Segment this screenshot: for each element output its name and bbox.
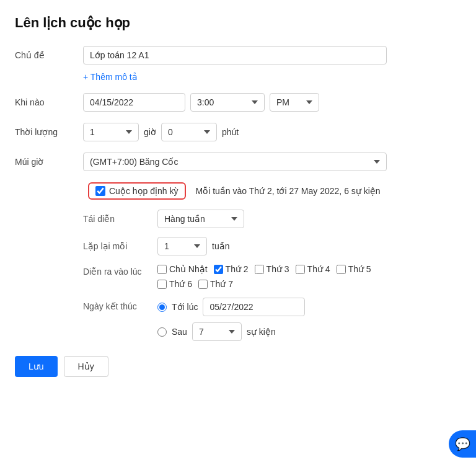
recurring-subform: Tái diễn Hàng tuần Hàng ngày Hàng tháng … (83, 210, 461, 341)
recurring-label: Cuộc họp định kỳ (109, 186, 178, 196)
day-t6-checkbox[interactable] (157, 280, 167, 289)
tuan-text: tuần (212, 241, 229, 251)
phut-text: phút (222, 127, 239, 137)
duration-minutes-select[interactable]: 0153045 (161, 123, 217, 141)
lap-lai-row: Lặp lại mỗi 1234 tuần (83, 237, 461, 255)
day-t5-label: Thứ 5 (348, 264, 371, 274)
toi-luc-radio[interactable] (157, 303, 167, 312)
end-date-input[interactable] (203, 298, 305, 316)
day-t7-label: Thứ 7 (210, 279, 233, 289)
day-t2[interactable]: Thứ 2 (214, 264, 249, 274)
days-content: Chủ Nhật Thứ 2 Thứ 3 Thứ 4 Thứ 5 (157, 264, 371, 289)
timezone-select[interactable]: (GMT+7:00) Băng Cốc (83, 153, 387, 171)
sau-label: Sau (172, 327, 187, 337)
day-t5-checkbox[interactable] (337, 265, 346, 274)
recurring-row: Cuộc họp định kỳ Mỗi tuần vào Thứ 2, tới… (15, 182, 461, 200)
subject-label: Chủ đề (15, 46, 83, 60)
toi-luc-option: Tới lúc 📅 (157, 298, 305, 316)
subject-input[interactable] (83, 46, 387, 64)
duration-label: Thời lượng (15, 123, 83, 137)
day-t6-label: Thứ 6 (169, 279, 192, 289)
subject-row: Chủ đề + Thêm mô tả (15, 46, 461, 82)
day-t3[interactable]: Thứ 3 (255, 264, 289, 274)
day-t2-label: Thứ 2 (226, 264, 249, 274)
date-input[interactable] (83, 93, 185, 112)
ngay-ket-thuc-label: Ngày kết thúc (83, 298, 157, 311)
sau-radio[interactable] (157, 327, 167, 337)
timezone-content: (GMT+7:00) Băng Cốc (83, 153, 461, 171)
tai-dien-row: Tái diễn Hàng tuần Hàng ngày Hàng tháng (83, 210, 461, 228)
save-button[interactable]: Lưu (15, 356, 58, 377)
page-title: Lên lịch cuộc họp (15, 15, 461, 31)
day-t7[interactable]: Thứ 7 (198, 279, 233, 289)
recurring-description: Mỗi tuần vào Thứ 2, tới 27 May 2022, 6 s… (196, 186, 381, 196)
cancel-button[interactable]: Hủy (64, 356, 108, 377)
recurring-spacer (15, 189, 83, 193)
sau-count-select[interactable]: 7123510 (192, 322, 242, 341)
day-cn-checkbox[interactable] (157, 265, 167, 274)
su-kien-text: sự kiện (247, 327, 276, 337)
timezone-row: Múi giờ (GMT+7:00) Băng Cốc (15, 153, 461, 171)
day-t5[interactable]: Thứ 5 (337, 264, 371, 274)
sau-option: Sau 7123510 sự kiện (157, 322, 305, 341)
tai-dien-content: Hàng tuần Hàng ngày Hàng tháng (157, 210, 244, 228)
end-date-wrapper: 📅 (203, 298, 305, 316)
time-select[interactable]: 3:00 (190, 93, 265, 112)
day-t7-checkbox[interactable] (198, 280, 208, 289)
dien-ra-label: Diễn ra vào lúc (83, 264, 157, 277)
day-t3-label: Thứ 3 (267, 264, 289, 274)
repeat-type-select[interactable]: Hàng tuần Hàng ngày Hàng tháng (157, 210, 244, 228)
lap-lai-label: Lặp lại mỗi (83, 241, 157, 251)
duration-row: Thời lượng 1234 giờ 0153045 phút (15, 123, 461, 141)
day-t4[interactable]: Thứ 4 (296, 264, 330, 274)
when-row: Khi nào 📅 3:00 PM AM (15, 93, 461, 112)
days-row-1: Chủ Nhật Thứ 2 Thứ 3 Thứ 4 Thứ 5 (157, 264, 371, 274)
add-description-link[interactable]: + Thêm mô tả (83, 72, 461, 82)
days-row: Diễn ra vào lúc Chủ Nhật Thứ 2 Thứ 3 Thứ (83, 264, 461, 289)
gio-text: giờ (144, 127, 156, 137)
toi-luc-label: Tới lúc (172, 302, 198, 312)
days-row-2: Thứ 6 Thứ 7 (157, 279, 371, 289)
recurring-checkbox[interactable] (95, 186, 105, 196)
day-t3-checkbox[interactable] (255, 265, 264, 274)
duration-hours-select[interactable]: 1234 (83, 123, 139, 141)
tai-dien-label: Tái diễn (83, 214, 157, 224)
chat-bubble-button[interactable]: 💬 (449, 430, 476, 458)
date-wrapper: 📅 (83, 93, 185, 112)
when-label: Khi nào (15, 93, 83, 107)
recurring-content: Cuộc họp định kỳ Mỗi tuần vào Thứ 2, tới… (88, 182, 461, 200)
recurring-checkbox-wrapper[interactable]: Cuộc họp định kỳ (88, 182, 186, 200)
day-t4-label: Thứ 4 (307, 264, 330, 274)
chat-icon: 💬 (455, 437, 470, 451)
end-date-options: Tới lúc 📅 Sau 7123510 sự kiện (157, 298, 305, 341)
timezone-label: Múi giờ (15, 153, 83, 167)
day-t2-checkbox[interactable] (214, 265, 223, 274)
day-t4-checkbox[interactable] (296, 265, 305, 274)
when-content: 📅 3:00 PM AM (83, 93, 461, 112)
duration-content: 1234 giờ 0153045 phút (83, 123, 461, 141)
day-cn-label: Chủ Nhật (169, 264, 208, 274)
footer-buttons: Lưu Hủy (15, 356, 461, 377)
repeat-every-select[interactable]: 1234 (157, 237, 207, 255)
end-date-row: Ngày kết thúc Tới lúc 📅 Sau 7123510 sự k… (83, 298, 461, 341)
ampm-select[interactable]: PM AM (270, 93, 319, 112)
day-t6[interactable]: Thứ 6 (157, 279, 192, 289)
subject-content: + Thêm mô tả (83, 46, 461, 82)
day-cn[interactable]: Chủ Nhật (157, 264, 208, 274)
lap-lai-content: 1234 tuần (157, 237, 229, 255)
